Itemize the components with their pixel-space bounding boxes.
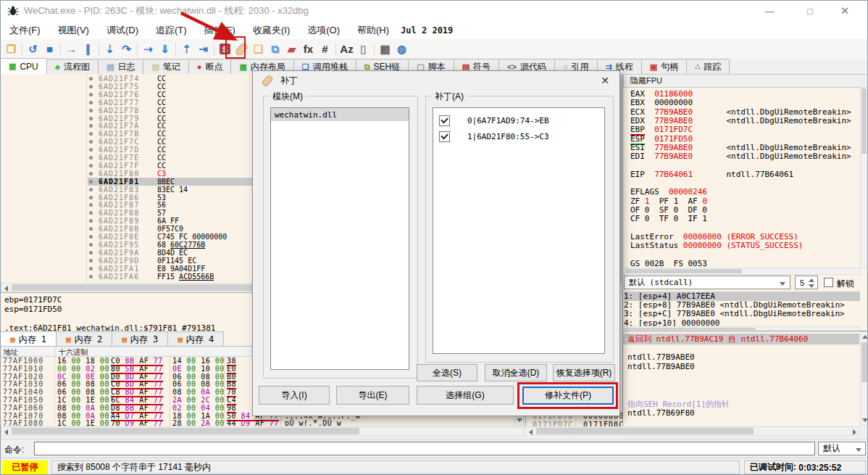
disasm-bytes: CC <box>157 91 166 99</box>
tab-breakpoints[interactable]: ●断点 <box>188 59 232 74</box>
patch-list[interactable]: 0|6A7F1AD9:74->EB1|6AD21F80:55->C3 <box>433 107 605 354</box>
import-button[interactable]: 导入(I) <box>259 386 330 405</box>
breakpoint-dot-icon <box>89 180 93 183</box>
calling-convention-select[interactable]: 默认 (stdcall) <box>624 276 790 289</box>
patch-dialog-title-bar[interactable]: 补丁 <box>253 71 619 90</box>
register-line[interactable]: GS 002B FS 0053 <box>630 259 707 268</box>
registers-hscrollbar[interactable] <box>624 268 861 275</box>
breakpoint-dot-icon <box>89 243 93 247</box>
menu-view[interactable]: 视图(V) <box>49 24 98 37</box>
menu-favourites[interactable]: 收藏夹(I) <box>244 24 299 37</box>
tab-notes[interactable]: ▤笔记 <box>143 59 188 74</box>
register-line[interactable]: EFLAGS 00000246 <box>630 187 707 197</box>
menu-file[interactable]: 文件(F) <box>1 24 49 37</box>
call-argument-row[interactable]: 1: [esp+4] A0C17EEA <box>624 292 860 301</box>
stack-hscrollbar[interactable] <box>525 426 860 436</box>
dump-hscrollbar[interactable] <box>1 426 524 436</box>
patch-checkbox[interactable] <box>439 131 450 142</box>
return-to-line: 返回到 ntdll.77B9AC19 自 ntdll.77B64060 <box>623 334 859 344</box>
register-line[interactable]: LastStatus 00000000 (STATUS_SUCCESS) <box>630 241 803 250</box>
disasm-bytes: E8 9A04D1FF <box>157 265 205 273</box>
disasm-bytes: 56 <box>157 201 166 209</box>
minimize-button[interactable]: — <box>753 1 786 21</box>
module-list-item[interactable]: wechatwin.dll <box>271 108 409 121</box>
menu-options[interactable]: 选项(O) <box>299 24 349 37</box>
register-line[interactable]: ESI 77B9ABE0 <ntdll.DbgUiRemoteBreakin> <box>630 143 851 152</box>
register-line[interactable]: LastError 00000000 (ERROR_SUCCESS) <box>630 232 798 241</box>
select-group-button[interactable]: 选择组(G) <box>417 386 514 405</box>
log-icon[interactable]: ▯ <box>355 41 372 57</box>
menu-help[interactable]: 帮助(H) <box>349 24 398 37</box>
call-argument-row[interactable]: 2: [esp+8] 77B9ABE0 <ntdll.DbgUiRemoteBr… <box>624 300 860 310</box>
call-argument-row[interactable]: 3: [esp+C] 77B9ABE0 <ntdll.DbgUiRemoteBr… <box>624 309 860 318</box>
dump-header-hex: 十六进制 <box>59 347 88 358</box>
tab-handles[interactable]: ▣句柄 <box>641 59 687 74</box>
function-icon[interactable]: fx <box>300 41 317 57</box>
run-icon[interactable]: → <box>63 41 80 57</box>
tab-graph[interactable]: ♣流程图 <box>46 59 99 74</box>
pause-icon[interactable]: ∥ <box>80 41 96 57</box>
memory-tab-1[interactable]: ▦内存 1 <box>1 331 57 347</box>
register-line[interactable]: EDI 77B9ABE0 <ntdll.DbgUiRemoteBreakin> <box>630 152 851 161</box>
calculator-icon[interactable]: ▦ <box>377 41 393 57</box>
export-button[interactable]: 导出(E) <box>336 386 409 405</box>
close-button[interactable]: ✕ <box>828 1 861 21</box>
memory-tab-3[interactable]: ▦内存 3 <box>112 331 168 347</box>
build-date-label: Jul 2 2019 <box>401 25 453 36</box>
deselect-all-button[interactable]: 取消全选(D) <box>485 364 547 381</box>
tab-cpu[interactable]: ▦CPU <box>0 58 47 74</box>
dialog-close-icon[interactable]: ✕ <box>595 73 615 88</box>
arg-count-stepper[interactable]: 5 <box>795 276 818 289</box>
tab-handles-label: 句柄 <box>661 61 678 73</box>
register-line[interactable]: EIP 77B64061 ntdll.77B64061 <box>630 170 793 179</box>
labels-icon[interactable]: ⧉ <box>267 41 283 57</box>
case-icon[interactable]: Aᴢ <box>338 41 355 57</box>
patch-list-item[interactable]: 0|6A7F1AD9:74->EB <box>433 112 604 128</box>
stack-hints-pane[interactable]: 返回到 ntdll.77B9AC19 自 ntdll.77B64060ntdll… <box>622 331 868 426</box>
stop-icon[interactable]: ■ <box>41 41 58 57</box>
restart-icon[interactable]: ↺ <box>25 41 41 57</box>
stack-hints-vscrollbar[interactable] <box>860 331 868 426</box>
register-line[interactable]: ZF 1 PF 1 AF 0 <box>630 197 707 206</box>
register-line[interactable]: OF 0 SF 0 DF 0 <box>630 205 707 215</box>
debug-time-label: 已调试时间: <box>750 461 796 474</box>
globe-icon[interactable]: ◍ <box>393 41 410 57</box>
patch-dialog-title: 补丁 <box>280 75 298 87</box>
memory-tab-4[interactable]: ▦内存 4 <box>167 331 224 347</box>
maximize-button[interactable]: □ <box>793 1 827 21</box>
unlock-checkbox[interactable] <box>824 278 833 287</box>
register-line[interactable]: CF 0 TF 0 IF 1 <box>630 214 707 223</box>
tab-log[interactable]: ▤日志 <box>98 59 143 74</box>
tab-trace[interactable]: ∴跟踪 <box>686 59 730 74</box>
memory-tab-icon: ▦ <box>122 335 127 344</box>
bookmarks-icon[interactable]: ▰ <box>283 41 300 57</box>
registers-vscrollbar[interactable] <box>860 87 868 268</box>
restore-selection-button[interactable]: 恢复选择项(R) <box>553 364 615 381</box>
hash-icon[interactable]: # <box>317 41 333 57</box>
hide-fpu-button[interactable]: 隐藏FPU <box>623 74 868 88</box>
step-into-icon[interactable]: ⇣ <box>101 41 118 57</box>
dump-row[interactable]: 77AF10801C 00 1E 0070 D9 AF 7728 00 2A 0… <box>1 419 514 426</box>
step-over-icon[interactable]: ↷ <box>118 41 135 57</box>
disasm-address: 6AD21FA6 <box>99 273 139 281</box>
memory-tab-2[interactable]: ▦内存 2 <box>56 331 112 347</box>
patch-checkbox[interactable] <box>439 115 450 126</box>
breakpoint-dot-icon <box>89 148 93 152</box>
register-line[interactable]: ESP 0171FD50 <box>630 134 693 144</box>
module-list[interactable]: wechatwin.dll <box>270 107 409 370</box>
command-input[interactable] <box>34 442 815 455</box>
command-mode-select[interactable]: 默认 <box>818 442 866 455</box>
comments-icon[interactable]: ❏ <box>250 41 267 57</box>
register-line[interactable]: EBX 00000000 <box>630 98 693 107</box>
register-line[interactable]: EAX 01186000 <box>630 89 693 99</box>
select-all-button[interactable]: 全选(S) <box>417 364 477 381</box>
run-until-icon[interactable]: ⇢ <box>140 41 157 57</box>
register-line[interactable]: EBP 0171FD7C <box>630 125 693 134</box>
x32dbg-window: WeChat.exe - PID: 263C - 模块: wechatwin.d… <box>0 0 868 475</box>
register-line[interactable]: EDX 77B9ABE0 <ntdll.DbgUiRemoteBreakin> <box>630 116 851 125</box>
register-line[interactable]: ECX 77B9ABE0 <ntdll.DbgUiRemoteBreakin> <box>630 107 851 117</box>
menu-debug[interactable]: 调试(D) <box>98 24 147 37</box>
breakpoint-dot-icon <box>89 132 93 136</box>
open-file-icon[interactable]: ❒ <box>3 41 20 57</box>
patch-list-item[interactable]: 1|6AD21F80:55->C3 <box>433 128 604 144</box>
